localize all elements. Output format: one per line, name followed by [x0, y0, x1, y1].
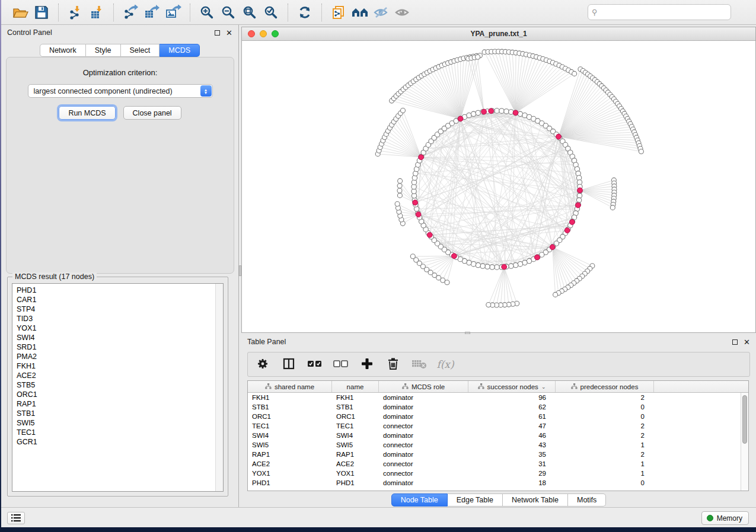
hide-selected-button[interactable]: [371, 3, 392, 22]
export-image-button[interactable]: [162, 3, 184, 22]
zoom-out-button[interactable]: [218, 3, 239, 22]
table-cell: 2: [556, 450, 654, 459]
clone-network-button[interactable]: [328, 3, 349, 22]
gear-button[interactable]: [255, 357, 270, 372]
network-window-titlebar[interactable]: YPA_prune.txt_1: [242, 27, 755, 41]
zoom-selected-icon: [263, 5, 279, 20]
list-item[interactable]: ACE2: [17, 371, 215, 380]
tab-style[interactable]: Style: [86, 44, 121, 57]
refresh-view-button[interactable]: [294, 3, 315, 22]
table-row[interactable]: SWI4SWI4dominator462: [248, 431, 741, 440]
close-panel-icon[interactable]: ✕: [226, 30, 232, 36]
show-all-button[interactable]: [392, 3, 413, 22]
column-header-shared-name[interactable]: shared name: [248, 381, 332, 392]
table-row[interactable]: TEC1TEC1connector472: [248, 421, 741, 431]
table-cell: YOX1: [332, 469, 379, 478]
delete-column-button[interactable]: [385, 357, 401, 372]
list-item[interactable]: RAP1: [17, 399, 215, 409]
optimization-criterion-value: largest connected component (undirected): [34, 87, 173, 95]
table-row[interactable]: SWI5SWI5connector431: [248, 440, 741, 450]
export-table-button[interactable]: [141, 3, 162, 22]
list-item[interactable]: SWI4: [17, 333, 215, 342]
export-network-button[interactable]: [120, 3, 141, 22]
optimization-criterion-select[interactable]: largest connected component (undirected)…: [28, 84, 213, 98]
table-row[interactable]: PHD1PHD1dominator180: [248, 478, 741, 488]
list-item[interactable]: STB1: [17, 409, 215, 418]
network-canvas[interactable]: [242, 41, 755, 332]
tab-select[interactable]: Select: [121, 44, 160, 57]
table-cell: YOX1: [248, 469, 332, 478]
column-header-successor-nodes[interactable]: successor nodes⌄: [468, 381, 556, 392]
tab-network-table[interactable]: Network Table: [503, 493, 568, 507]
list-item[interactable]: SRD1: [17, 342, 215, 352]
table-scrollbar-thumb[interactable]: [742, 395, 747, 444]
tab-edge-table[interactable]: Edge Table: [448, 493, 503, 507]
column-header-name[interactable]: name: [332, 381, 379, 392]
export-table-icon: [143, 5, 160, 20]
add-column-button[interactable]: [359, 357, 375, 372]
list-item[interactable]: GCR1: [17, 437, 215, 447]
column-label: name: [347, 383, 364, 390]
task-history-button[interactable]: [7, 512, 25, 524]
table-row[interactable]: FKH1FKH1dominator962: [248, 393, 741, 402]
list-scrollbar[interactable]: [215, 284, 223, 491]
attribute-type-icon: [402, 383, 409, 390]
float-panel-icon[interactable]: [732, 339, 738, 345]
hide-selected-icon: [373, 5, 390, 20]
tab-node-table[interactable]: Node Table: [391, 493, 448, 507]
main-toolbar: ⚲: [1, 0, 756, 25]
table-row[interactable]: ORC1ORC1dominator610: [248, 412, 741, 421]
run-mcds-button[interactable]: Run MCDS: [59, 106, 115, 120]
search-input[interactable]: [588, 4, 731, 20]
tab-network[interactable]: Network: [40, 44, 86, 57]
table-row[interactable]: ACE2ACE2connector311: [248, 459, 741, 469]
list-item[interactable]: TEC1: [17, 428, 215, 437]
import-network-button[interactable]: [65, 3, 86, 22]
list-item[interactable]: YOX1: [17, 323, 215, 333]
column-header-predecessor-nodes[interactable]: predecessor nodes: [556, 381, 654, 392]
open-file-button[interactable]: [9, 3, 31, 22]
list-item[interactable]: PMA2: [17, 352, 215, 361]
split-panel-icon: [282, 357, 295, 372]
list-item[interactable]: SWI5: [17, 418, 215, 428]
list-item[interactable]: STP4: [17, 305, 215, 314]
table-row[interactable]: YOX1YOX1connector291: [248, 469, 741, 478]
close-panel-icon[interactable]: ✕: [744, 339, 750, 345]
memory-button[interactable]: Memory: [701, 511, 749, 525]
tab-mcds[interactable]: MCDS: [160, 44, 200, 57]
first-neighbors-button[interactable]: [349, 3, 371, 22]
mcds-result-list[interactable]: PHD1CAR1STP4TID3YOX1SWI4SRD1PMA2FKH1ACE2…: [12, 283, 224, 492]
column-header-MCDS-role[interactable]: MCDS role: [379, 381, 468, 392]
toolbar-divider: [113, 4, 114, 21]
table-cell: FKH1: [332, 393, 379, 402]
table-panel-title: Table Panel: [247, 338, 286, 346]
zoom-selected-button[interactable]: [260, 3, 282, 22]
list-item[interactable]: STB5: [17, 380, 215, 390]
table-row[interactable]: STB1STB1dominator620: [248, 402, 741, 412]
list-item[interactable]: CAR1: [17, 295, 215, 305]
table-scrollbar[interactable]: [741, 393, 748, 491]
save-session-button[interactable]: [31, 3, 52, 22]
list-item[interactable]: TID3: [17, 314, 215, 323]
window-maximize-icon[interactable]: [272, 30, 279, 37]
import-table-button[interactable]: [86, 3, 107, 22]
table-row[interactable]: RAP1RAP1dominator352: [248, 450, 741, 459]
list-item[interactable]: FKH1: [17, 361, 215, 371]
delete-table-button[interactable]: [412, 357, 427, 372]
zoom-out-icon: [221, 5, 236, 20]
tab-motifs[interactable]: Motifs: [568, 493, 606, 507]
deselect-all-button[interactable]: [333, 357, 349, 372]
select-all-button[interactable]: [307, 357, 323, 372]
table-cell: 1: [556, 459, 654, 469]
split-panel-button[interactable]: [281, 357, 296, 372]
zoom-in-button[interactable]: [196, 3, 218, 22]
list-item[interactable]: PHD1: [17, 286, 215, 295]
window-minimize-icon[interactable]: [260, 30, 267, 37]
close-panel-button[interactable]: Close panel: [123, 106, 181, 120]
list-item[interactable]: ORC1: [17, 390, 215, 399]
zoom-fit-button[interactable]: [239, 3, 260, 22]
float-panel-icon[interactable]: [215, 30, 220, 36]
function-builder-button[interactable]: f(x): [438, 357, 453, 372]
window-close-icon[interactable]: [248, 30, 255, 37]
table-cell: STB1: [332, 402, 379, 412]
